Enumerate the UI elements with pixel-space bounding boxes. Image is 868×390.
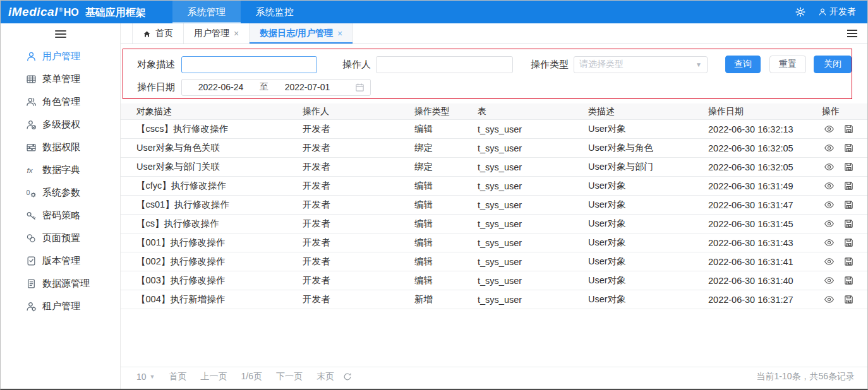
tab-home[interactable]: 首页 [132,23,184,44]
sidebar-item-role-management[interactable]: 角色管理 [1,90,120,113]
system-param-icon: 0 [26,187,37,198]
top-menu-system-management[interactable]: 系统管理 [172,1,241,23]
logo-brand: iMedical [8,5,58,19]
top-menu-system-monitor[interactable]: 系统监控 [241,1,309,23]
sidebar-item-system-parameters[interactable]: 0 系统参数 [1,181,120,204]
sidebar-item-tenant-management[interactable]: 租户管理 [1,295,120,317]
refresh-icon[interactable] [343,372,352,381]
close-icon[interactable]: × [337,28,342,38]
storage-disk-icon[interactable] [844,143,853,153]
cell-operator: 开发者 [303,256,414,268]
view-eye-icon[interactable] [824,275,835,286]
object-desc-input[interactable] [181,56,317,73]
table-row[interactable]: 【001】执行修改操作 开发者 编辑 t_sys_user User对象 202… [121,233,867,252]
storage-disk-icon[interactable] [844,124,853,134]
table-row[interactable]: User对象与角色关联 开发者 绑定 t_sys_user User对象与角色 … [121,139,867,158]
cell-op-type: 编辑 [414,180,478,192]
table-row[interactable]: 【cscs】执行修改操作 开发者 编辑 t_sys_user User对象 20… [121,120,867,139]
cell-table: t_sys_user [478,238,588,248]
page-size-select[interactable]: 10 ▼ [136,372,155,382]
view-eye-icon[interactable] [824,256,835,267]
cell-class-desc: User对象 [588,123,708,135]
tab-user-management[interactable]: 用户管理 × [184,23,250,44]
sidebar-item-label: 页面预置 [42,232,80,244]
date-range-picker[interactable]: 2022-06-24 至 2022-07-01 [181,79,371,96]
tab-data-log[interactable]: 数据日志/用户管理 × [250,23,353,44]
cell-operator: 开发者 [303,218,414,230]
first-page-button[interactable]: 首页 [169,371,187,382]
cell-op-date: 2022-06-30 16:32:05 [708,143,822,153]
prev-page-button[interactable]: 上一页 [201,371,227,382]
storage-disk-icon[interactable] [844,257,853,266]
view-eye-icon[interactable] [824,180,835,191]
table-row[interactable]: 【002】执行修改操作 开发者 编辑 t_sys_user User对象 202… [121,252,867,271]
cell-class-desc: User对象 [588,256,708,268]
storage-disk-icon[interactable] [844,219,853,228]
table-header-row: 对象描述 操作人 操作类型 表 类描述 操作日期 操作 [121,103,867,120]
sidebar-item-user-management[interactable]: 用户管理 [1,45,120,68]
current-user[interactable]: 开发者 [818,6,856,18]
sidebar-item-data-permission[interactable]: 数据权限 [1,136,120,158]
cell-object-desc: 【cs】执行修改操作 [121,218,303,230]
table-row[interactable]: 【003】执行修改操作 开发者 编辑 t_sys_user User对象 202… [121,271,867,290]
cell-class-desc: User对象 [588,275,708,287]
table-row[interactable]: 【cs01】执行修改操作 开发者 编辑 t_sys_user User对象 20… [121,196,867,215]
roles-icon [26,97,37,107]
view-eye-icon[interactable] [824,294,835,305]
menu-grid-icon [26,74,37,85]
next-page-button[interactable]: 下一页 [276,371,303,382]
cell-op-type: 新增 [414,293,478,305]
date-separator: 至 [260,81,268,93]
storage-disk-icon[interactable] [844,162,853,172]
col-header-op-type: 操作类型 [414,106,478,117]
view-eye-icon[interactable] [824,218,835,229]
op-type-select[interactable]: 请选择类型 ▼ [574,56,708,73]
close-button[interactable]: 关闭 [814,56,852,73]
view-eye-icon[interactable] [824,143,835,153]
storage-disk-icon[interactable] [844,238,853,247]
record-summary: 当前1-10条，共56条记录 [756,371,855,382]
reset-button[interactable]: 重置 [769,56,806,73]
cell-object-desc: 【cfyc】执行修改操作 [121,180,303,192]
storage-disk-icon[interactable] [844,181,853,191]
view-eye-icon[interactable] [824,124,835,134]
table-row[interactable]: 【cs】执行修改操作 开发者 编辑 t_sys_user User对象 2022… [121,215,867,233]
sidebar-item-menu-management[interactable]: 菜单管理 [1,68,120,90]
cell-operator: 开发者 [303,180,414,192]
table-row[interactable]: 【004】执行新增操作 开发者 新增 t_sys_user User对象 202… [121,290,867,309]
tab-label: 数据日志/用户管理 [260,28,333,39]
app-window: iMedical ® HO 基础应用框架 系统管理 系统监控 开发者 [0,0,868,390]
sidebar-item-datasource-management[interactable]: 数据源管理 [1,272,120,295]
svg-text:fx: fx [27,165,33,174]
storage-disk-icon[interactable] [844,295,853,304]
table-row[interactable]: 【cfyc】执行修改操作 开发者 编辑 t_sys_user User对象 20… [121,177,867,196]
date-to-value[interactable]: 2022-07-01 [268,82,346,92]
operator-label: 操作人 [342,59,371,71]
sidebar-item-version-management[interactable]: 版本管理 [1,249,120,272]
view-eye-icon[interactable] [824,237,835,248]
sidebar-item-multi-level-auth[interactable]: 多级授权 [1,113,120,136]
sidebar-item-password-policy[interactable]: 密码策略 [1,204,120,227]
cell-operator: 开发者 [303,275,414,287]
last-page-button[interactable]: 末页 [316,371,334,382]
sidebar-item-page-preset[interactable]: 页面预置 [1,227,120,249]
cell-table: t_sys_user [478,200,588,210]
operator-input[interactable] [376,56,513,73]
sidebar-collapse-button[interactable] [1,23,120,45]
table-row[interactable]: User对象与部门关联 开发者 绑定 t_sys_user User对象与部门 … [121,158,867,177]
cell-table: t_sys_user [478,143,588,153]
sidebar-item-label: 角色管理 [42,96,80,108]
query-button[interactable]: 查询 [725,56,761,73]
sidebar-item-label: 租户管理 [42,300,80,312]
date-from-value[interactable]: 2022-06-24 [182,82,260,92]
storage-disk-icon[interactable] [844,276,853,285]
view-eye-icon[interactable] [824,199,835,210]
close-icon[interactable]: × [234,28,239,38]
storage-disk-icon[interactable] [844,200,853,210]
cell-table: t_sys_user [478,124,588,134]
tab-menu-hamburger-icon[interactable] [847,28,857,38]
sidebar-item-data-dictionary[interactable]: fx 数据字典 [1,158,120,181]
view-eye-icon[interactable] [824,162,835,172]
settings-gear-icon[interactable] [795,7,805,17]
col-header-object-desc: 对象描述 [121,106,303,117]
